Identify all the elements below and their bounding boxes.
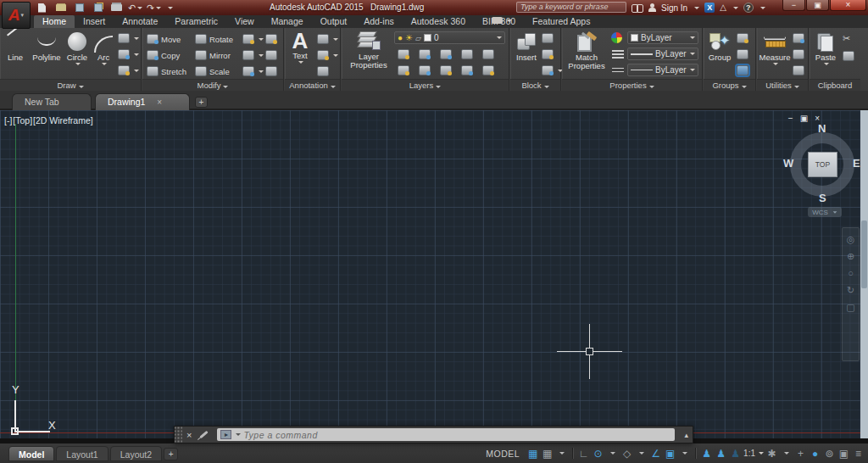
plot-button[interactable]	[110, 3, 123, 14]
osnap-caret[interactable]	[678, 446, 691, 460]
tab-annotate[interactable]: Annotate	[114, 15, 166, 28]
tab-manage[interactable]: Manage	[263, 15, 312, 28]
communication-center-icon[interactable]: △	[720, 3, 726, 13]
quick-select-button[interactable]	[793, 33, 804, 43]
sign-in-button[interactable]: Sign In	[661, 3, 687, 13]
panel-label-groups[interactable]: Groups	[704, 79, 755, 91]
command-customize-wrench-icon[interactable]	[200, 431, 209, 438]
file-tab-drawing1[interactable]: Drawing1×	[95, 93, 190, 110]
layer-off-button[interactable]	[398, 49, 409, 59]
graphics-performance-toggle[interactable]: ●	[809, 446, 821, 460]
insert-button[interactable]: Insert	[514, 31, 539, 62]
line-button[interactable]: Line	[3, 31, 28, 62]
explode-button[interactable]	[265, 50, 277, 60]
group-edit-button[interactable]	[737, 49, 748, 59]
tab-add-ins[interactable]: Add-ins	[355, 15, 403, 28]
isodraft-toggle[interactable]: ◇	[620, 446, 633, 460]
scrollbar-thumb[interactable]	[861, 220, 867, 288]
maximize-button[interactable]: ▣	[806, 0, 829, 11]
layout-tab-layout1[interactable]: Layout1	[56, 446, 108, 461]
redo-button[interactable]: ↷	[147, 3, 160, 14]
model-space-button[interactable]: MODEL	[486, 449, 520, 459]
isodraft-caret[interactable]	[635, 446, 648, 460]
layer-freeze-button[interactable]	[440, 49, 452, 59]
layer-select-dropdown[interactable]: ● ☀ ▱ 0	[394, 31, 505, 44]
tab-featured-apps[interactable]: Featured Apps	[524, 15, 598, 28]
paste-button[interactable]: Paste	[813, 31, 838, 65]
wcs-dropdown[interactable]: WCS	[808, 207, 842, 217]
viewcube-south[interactable]: S	[819, 192, 826, 204]
tab-output[interactable]: Output	[312, 15, 356, 28]
panel-label-utilities[interactable]: Utilities	[757, 79, 808, 91]
show-motion-icon[interactable]: ▢	[846, 303, 854, 312]
undo-button[interactable]: ↶	[129, 3, 142, 14]
copy-clip-button[interactable]	[843, 51, 854, 61]
viewcube-top-face[interactable]: TOP	[808, 152, 837, 177]
panel-label-draw[interactable]: Draw	[0, 79, 141, 91]
move-button[interactable]: Move	[147, 34, 181, 44]
layer-match-button[interactable]	[482, 65, 494, 75]
object-color-dropdown[interactable]: ByLayer	[627, 31, 698, 44]
zoom-icon[interactable]: ○	[848, 269, 854, 278]
redo-dropdown-caret[interactable]	[156, 7, 161, 9]
scale-button[interactable]: Scale	[195, 66, 230, 76]
match-properties-button[interactable]: Match Properties	[565, 31, 608, 70]
new-layout-button[interactable]: +	[164, 448, 178, 460]
viewcube-north[interactable]: N	[818, 122, 826, 135]
snap-caret[interactable]	[555, 446, 568, 460]
workspace-caret[interactable]	[780, 446, 793, 460]
array-button[interactable]	[242, 66, 264, 76]
viewport-visual-style-menu[interactable]: [2D Wireframe]	[33, 115, 93, 126]
tab-parametric[interactable]: Parametric	[166, 15, 226, 28]
measure-button[interactable]: Measure	[759, 31, 791, 65]
offset-button[interactable]	[265, 66, 277, 76]
help-caret[interactable]	[760, 7, 765, 9]
annotation-scale-value[interactable]: 1:1	[743, 449, 764, 458]
pan-icon[interactable]: ⊕	[847, 252, 854, 261]
leader-button[interactable]	[317, 50, 338, 60]
minimize-button[interactable]: −	[782, 0, 805, 11]
rectangle-button[interactable]	[118, 33, 139, 43]
ortho-toggle[interactable]: ∟	[577, 446, 590, 460]
annotation-scale-icon[interactable]: ♟	[729, 446, 742, 460]
workspace-switching-gear[interactable]: ✱	[765, 446, 778, 460]
drawing-restore-icon[interactable]: ▣	[800, 114, 808, 123]
edit-attributes-button[interactable]	[542, 65, 563, 75]
new-drawing-button[interactable]: +	[195, 97, 208, 108]
annotation-visibility-toggle[interactable]: ♟	[700, 446, 713, 460]
command-input[interactable]: ▸ Type a command	[217, 428, 675, 441]
save-as-button[interactable]	[92, 3, 104, 14]
tab-insert[interactable]: Insert	[75, 15, 114, 28]
object-snap-tracking-toggle[interactable]: ∠	[649, 446, 662, 460]
viewcube-east[interactable]: E	[853, 157, 860, 170]
panel-label-modify[interactable]: Modify	[142, 79, 283, 91]
panel-label-block[interactable]: Block	[510, 79, 560, 91]
panel-label-properties[interactable]: Properties	[562, 79, 702, 91]
qat-customize-caret[interactable]	[168, 7, 173, 9]
trim-button[interactable]	[242, 34, 264, 44]
command-options-caret[interactable]	[236, 433, 241, 436]
search-icon[interactable]	[632, 4, 643, 12]
new-file-button[interactable]	[36, 3, 48, 14]
lineweight-dropdown[interactable]: ByLayer	[627, 47, 698, 60]
arc-button[interactable]: Arc	[92, 31, 114, 65]
clean-screen-button[interactable]: ▣	[837, 446, 850, 460]
tab-view[interactable]: View	[226, 15, 263, 28]
layer-unlock-button[interactable]	[461, 65, 473, 75]
make-current-button[interactable]	[482, 49, 494, 59]
layer-properties-button[interactable]: Layer Properties	[347, 30, 391, 70]
object-snap-toggle[interactable]: ▣	[664, 446, 676, 460]
orbit-icon[interactable]: ↻	[847, 286, 854, 295]
layer-unisolate-button[interactable]	[419, 65, 431, 75]
layer-thaw-all-button[interactable]	[440, 65, 452, 75]
copy-button[interactable]: Copy	[147, 50, 180, 60]
text-button[interactable]: A Text	[288, 30, 312, 64]
erase-button[interactable]	[265, 34, 277, 44]
cut-button[interactable]: ✂	[843, 33, 850, 44]
save-button[interactable]	[73, 3, 86, 14]
edit-block-button[interactable]	[542, 49, 554, 59]
viewcube-west[interactable]: W	[783, 157, 793, 170]
ribbon-display-toggle[interactable]	[492, 17, 512, 24]
quick-calc-button[interactable]	[793, 65, 804, 75]
rotate-button[interactable]: Rotate	[195, 34, 233, 44]
